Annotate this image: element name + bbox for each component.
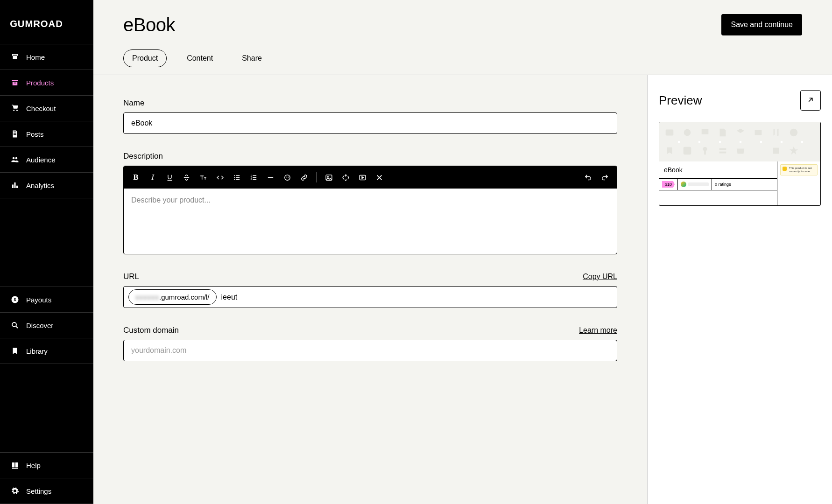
preview-card: eBook $10 0 ratings <box>659 122 821 206</box>
placeholder-icon <box>734 144 747 157</box>
nav-label: Audience <box>26 156 56 164</box>
archive-icon <box>10 78 20 87</box>
sidebar-item-payouts[interactable]: $ Payouts <box>0 287 93 313</box>
form-pane: Name Description B I <box>93 75 648 504</box>
svg-point-21 <box>684 129 691 136</box>
nav-label: Posts <box>26 130 44 138</box>
svg-point-3 <box>12 322 16 327</box>
name-input[interactable] <box>123 112 617 134</box>
nav-label: Help <box>26 462 41 469</box>
tab-content[interactable]: Content <box>178 49 222 67</box>
url-slug-input[interactable] <box>221 293 612 301</box>
sidebar-item-home[interactable]: Home <box>0 44 93 70</box>
preview-not-for-sale-notice: This product is not currently for sale. <box>780 164 818 175</box>
image-icon[interactable] <box>321 171 336 184</box>
svg-point-18 <box>327 176 328 177</box>
url-prefix-hidden: xxxxxx <box>135 293 159 301</box>
custom-domain-input[interactable] <box>123 340 617 361</box>
embed-icon[interactable] <box>338 171 353 184</box>
sidebar-item-library[interactable]: Library <box>0 338 93 364</box>
svg-text:$: $ <box>14 297 16 302</box>
sidebar: GUMROAD Home Products Checkout Posts Aud… <box>0 0 93 504</box>
description-textarea[interactable]: Describe your product... <box>124 189 617 254</box>
sidebar-item-discover[interactable]: Discover <box>0 313 93 338</box>
learn-more-link[interactable]: Learn more <box>579 326 617 335</box>
bookmark-icon <box>10 346 20 356</box>
name-label: Name <box>123 98 144 108</box>
tabs: Product Content Share <box>123 49 802 75</box>
field-custom-domain: Custom domain Learn more <box>123 326 617 361</box>
bold-icon[interactable]: B <box>128 171 143 184</box>
nav-label: Payouts <box>26 296 51 304</box>
svg-point-25 <box>703 147 707 151</box>
code-icon[interactable] <box>212 171 227 184</box>
toolbar-separator <box>316 172 317 182</box>
description-label: Description <box>123 152 163 161</box>
rte-toolbar: B I 123 <box>124 166 617 189</box>
url-prefix-visible: .gumroad.com/l/ <box>159 293 210 301</box>
svg-point-16 <box>284 175 289 180</box>
text-size-icon[interactable] <box>196 171 211 184</box>
underline-icon[interactable] <box>162 171 177 184</box>
horizontal-rule-icon[interactable] <box>263 171 278 184</box>
italic-icon[interactable]: I <box>145 171 160 184</box>
placeholder-icon <box>752 144 765 157</box>
svg-rect-24 <box>684 147 691 155</box>
open-preview-button[interactable] <box>800 90 821 111</box>
field-description: Description B I 123 <box>123 152 617 254</box>
nav-label: Analytics <box>26 182 54 189</box>
header: eBook Save and continue Product Content … <box>93 0 832 75</box>
gear-icon <box>10 486 20 496</box>
preview-price-cell: $10 <box>659 179 678 190</box>
quote-icon[interactable] <box>280 171 295 184</box>
url-input-wrapper: xxxxxx.gumroad.com/l/ <box>123 286 617 308</box>
svg-rect-27 <box>773 148 779 154</box>
placeholder-icon <box>752 126 765 139</box>
sidebar-item-settings[interactable]: Settings <box>0 478 93 504</box>
redo-icon[interactable] <box>597 171 612 184</box>
copy-url-link[interactable]: Copy URL <box>583 273 617 281</box>
video-icon[interactable] <box>355 171 370 184</box>
sidebar-item-analytics[interactable]: Analytics <box>0 173 93 198</box>
save-and-continue-button[interactable]: Save and continue <box>721 14 802 35</box>
tab-share[interactable]: Share <box>233 49 271 67</box>
nav-label: Products <box>26 79 54 87</box>
brand-logo[interactable]: GUMROAD <box>0 0 93 44</box>
bullet-list-icon[interactable] <box>229 171 244 184</box>
svg-point-23 <box>790 129 798 137</box>
placeholder-icon <box>698 144 712 157</box>
cart-icon <box>10 104 20 113</box>
twitter-x-icon[interactable] <box>372 171 387 184</box>
book-icon <box>10 461 20 470</box>
svg-rect-20 <box>666 130 674 136</box>
undo-icon[interactable] <box>580 171 595 184</box>
preview-product-name: eBook <box>659 161 777 179</box>
sidebar-item-audience[interactable]: Audience <box>0 147 93 173</box>
svg-point-6 <box>234 177 235 178</box>
preview-ratings-cell: 0 ratings <box>712 179 777 190</box>
sidebar-item-posts[interactable]: Posts <box>0 121 93 147</box>
sidebar-item-checkout[interactable]: Checkout <box>0 96 93 121</box>
ordered-list-icon[interactable]: 123 <box>246 171 261 184</box>
strikethrough-icon[interactable] <box>179 171 194 184</box>
placeholder-icon <box>787 126 800 139</box>
svg-rect-7 <box>236 177 240 177</box>
svg-text:3: 3 <box>250 178 252 181</box>
nav-label: Checkout <box>26 105 56 112</box>
nav-label: Discover <box>26 322 53 329</box>
placeholder-icon <box>716 126 729 139</box>
nav-label: Home <box>26 53 45 61</box>
preview-description-area <box>659 190 777 205</box>
nav-label: Library <box>26 347 48 355</box>
tab-product[interactable]: Product <box>123 49 167 67</box>
svg-point-8 <box>234 179 235 180</box>
placeholder-icon <box>663 144 676 157</box>
preview-price: $10 <box>662 181 675 188</box>
preview-heading: Preview <box>659 93 702 108</box>
sidebar-item-products[interactable]: Products <box>0 70 93 96</box>
field-name: Name <box>123 98 617 134</box>
sidebar-item-help[interactable]: Help <box>0 453 93 478</box>
link-icon[interactable] <box>296 171 311 184</box>
rich-text-editor: B I 123 <box>123 166 617 254</box>
preview-author-cell <box>678 179 712 190</box>
